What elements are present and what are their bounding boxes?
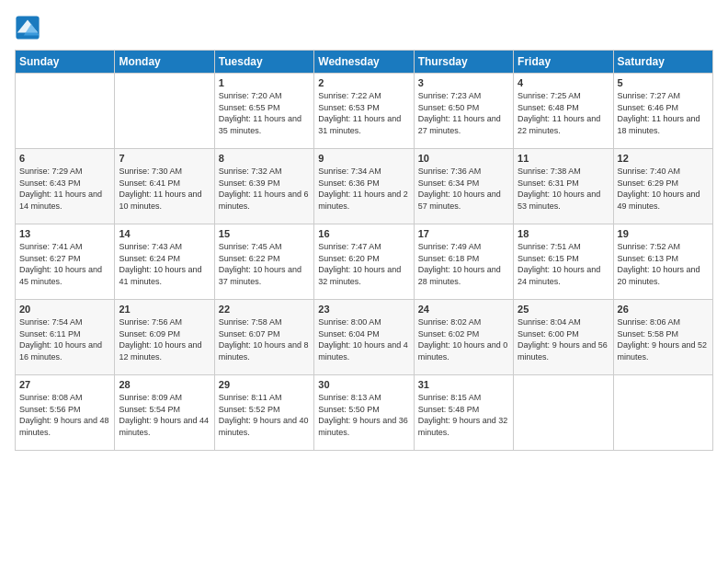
week-row: 6Sunrise: 7:29 AM Sunset: 6:43 PM Daylig…: [16, 149, 713, 224]
day-cell: 1Sunrise: 7:20 AM Sunset: 6:55 PM Daylig…: [214, 74, 313, 149]
day-info: Sunrise: 7:20 AM Sunset: 6:55 PM Dayligh…: [219, 90, 310, 136]
day-number: 19: [618, 228, 709, 239]
day-number: 7: [119, 153, 210, 164]
day-cell: [16, 74, 115, 149]
day-number: 9: [318, 153, 409, 164]
day-number: 18: [518, 228, 609, 239]
day-info: Sunrise: 8:15 AM Sunset: 5:48 PM Dayligh…: [418, 392, 509, 438]
calendar-header: SundayMondayTuesdayWednesdayThursdayFrid…: [16, 51, 713, 74]
day-info: Sunrise: 7:54 AM Sunset: 6:11 PM Dayligh…: [19, 316, 110, 362]
day-cell: [613, 375, 712, 451]
day-info: Sunrise: 7:47 AM Sunset: 6:20 PM Dayligh…: [318, 241, 409, 287]
day-number: 26: [618, 304, 709, 315]
week-row: 27Sunrise: 8:08 AM Sunset: 5:56 PM Dayli…: [16, 375, 713, 451]
day-number: 17: [418, 228, 509, 239]
day-number: 28: [119, 379, 210, 390]
day-cell: 17Sunrise: 7:49 AM Sunset: 6:18 PM Dayli…: [414, 224, 513, 300]
day-cell: 18Sunrise: 7:51 AM Sunset: 6:15 PM Dayli…: [514, 224, 613, 300]
day-cell: 30Sunrise: 8:13 AM Sunset: 5:50 PM Dayli…: [314, 375, 414, 451]
day-info: Sunrise: 8:09 AM Sunset: 5:54 PM Dayligh…: [119, 392, 210, 438]
day-info: Sunrise: 7:32 AM Sunset: 6:39 PM Dayligh…: [219, 166, 310, 212]
day-info: Sunrise: 8:04 AM Sunset: 6:00 PM Dayligh…: [518, 316, 609, 362]
day-cell: 12Sunrise: 7:40 AM Sunset: 6:29 PM Dayli…: [613, 149, 712, 224]
day-cell: 25Sunrise: 8:04 AM Sunset: 6:00 PM Dayli…: [514, 300, 613, 375]
header: [15, 15, 713, 40]
header-day: Thursday: [414, 51, 513, 74]
day-number: 14: [119, 228, 210, 239]
day-cell: 24Sunrise: 8:02 AM Sunset: 6:02 PM Dayli…: [414, 300, 513, 375]
day-info: Sunrise: 7:30 AM Sunset: 6:41 PM Dayligh…: [119, 166, 210, 212]
day-number: 22: [219, 304, 310, 315]
day-number: 21: [119, 304, 210, 315]
day-number: 27: [19, 379, 110, 390]
day-cell: 20Sunrise: 7:54 AM Sunset: 6:11 PM Dayli…: [16, 300, 115, 375]
day-number: 24: [418, 304, 509, 315]
day-cell: [514, 375, 613, 451]
day-info: Sunrise: 7:34 AM Sunset: 6:36 PM Dayligh…: [318, 166, 409, 212]
day-info: Sunrise: 8:02 AM Sunset: 6:02 PM Dayligh…: [418, 316, 509, 362]
day-number: 5: [618, 77, 709, 88]
day-number: 15: [219, 228, 310, 239]
week-row: 1Sunrise: 7:20 AM Sunset: 6:55 PM Daylig…: [16, 74, 713, 149]
day-info: Sunrise: 7:52 AM Sunset: 6:13 PM Dayligh…: [618, 241, 709, 287]
logo-icon: [15, 15, 40, 40]
logo: [15, 15, 44, 40]
day-number: 31: [418, 379, 509, 390]
header-row: SundayMondayTuesdayWednesdayThursdayFrid…: [16, 51, 713, 74]
day-number: 2: [318, 77, 409, 88]
day-info: Sunrise: 7:45 AM Sunset: 6:22 PM Dayligh…: [219, 241, 310, 287]
day-info: Sunrise: 7:43 AM Sunset: 6:24 PM Dayligh…: [119, 241, 210, 287]
day-cell: 4Sunrise: 7:25 AM Sunset: 6:48 PM Daylig…: [514, 74, 613, 149]
day-info: Sunrise: 8:06 AM Sunset: 5:58 PM Dayligh…: [618, 316, 709, 362]
day-number: 20: [19, 304, 110, 315]
day-number: 4: [518, 77, 609, 88]
day-number: 13: [19, 228, 110, 239]
day-cell: 6Sunrise: 7:29 AM Sunset: 6:43 PM Daylig…: [16, 149, 115, 224]
day-info: Sunrise: 7:27 AM Sunset: 6:46 PM Dayligh…: [618, 90, 709, 136]
day-cell: 10Sunrise: 7:36 AM Sunset: 6:34 PM Dayli…: [414, 149, 513, 224]
day-cell: 31Sunrise: 8:15 AM Sunset: 5:48 PM Dayli…: [414, 375, 513, 451]
day-cell: 2Sunrise: 7:22 AM Sunset: 6:53 PM Daylig…: [314, 74, 414, 149]
day-info: Sunrise: 7:38 AM Sunset: 6:31 PM Dayligh…: [518, 166, 609, 212]
day-info: Sunrise: 8:13 AM Sunset: 5:50 PM Dayligh…: [318, 392, 409, 438]
day-cell: 22Sunrise: 7:58 AM Sunset: 6:07 PM Dayli…: [214, 300, 313, 375]
day-cell: 27Sunrise: 8:08 AM Sunset: 5:56 PM Dayli…: [16, 375, 115, 451]
day-info: Sunrise: 7:22 AM Sunset: 6:53 PM Dayligh…: [318, 90, 409, 136]
calendar-body: 1Sunrise: 7:20 AM Sunset: 6:55 PM Daylig…: [16, 74, 713, 451]
day-info: Sunrise: 7:25 AM Sunset: 6:48 PM Dayligh…: [518, 90, 609, 136]
day-number: 23: [318, 304, 409, 315]
day-info: Sunrise: 8:00 AM Sunset: 6:04 PM Dayligh…: [318, 316, 409, 362]
day-number: 8: [219, 153, 310, 164]
day-number: 29: [219, 379, 310, 390]
day-cell: 26Sunrise: 8:06 AM Sunset: 5:58 PM Dayli…: [613, 300, 712, 375]
day-info: Sunrise: 8:08 AM Sunset: 5:56 PM Dayligh…: [19, 392, 110, 438]
header-day: Sunday: [16, 51, 115, 74]
day-number: 30: [318, 379, 409, 390]
day-cell: 21Sunrise: 7:56 AM Sunset: 6:09 PM Dayli…: [115, 300, 214, 375]
day-cell: 15Sunrise: 7:45 AM Sunset: 6:22 PM Dayli…: [214, 224, 313, 300]
day-number: 12: [618, 153, 709, 164]
calendar-container: SundayMondayTuesdayWednesdayThursdayFrid…: [0, 0, 728, 563]
day-cell: 13Sunrise: 7:41 AM Sunset: 6:27 PM Dayli…: [16, 224, 115, 300]
calendar-table: SundayMondayTuesdayWednesdayThursdayFrid…: [15, 50, 713, 451]
day-number: 3: [418, 77, 509, 88]
day-cell: 11Sunrise: 7:38 AM Sunset: 6:31 PM Dayli…: [514, 149, 613, 224]
day-info: Sunrise: 7:56 AM Sunset: 6:09 PM Dayligh…: [119, 316, 210, 362]
day-cell: 8Sunrise: 7:32 AM Sunset: 6:39 PM Daylig…: [214, 149, 313, 224]
header-day: Saturday: [613, 51, 712, 74]
day-number: 16: [318, 228, 409, 239]
day-info: Sunrise: 7:40 AM Sunset: 6:29 PM Dayligh…: [618, 166, 709, 212]
day-cell: 16Sunrise: 7:47 AM Sunset: 6:20 PM Dayli…: [314, 224, 414, 300]
day-info: Sunrise: 7:41 AM Sunset: 6:27 PM Dayligh…: [19, 241, 110, 287]
header-day: Tuesday: [214, 51, 313, 74]
day-cell: 7Sunrise: 7:30 AM Sunset: 6:41 PM Daylig…: [115, 149, 214, 224]
day-number: 11: [518, 153, 609, 164]
day-cell: 3Sunrise: 7:23 AM Sunset: 6:50 PM Daylig…: [414, 74, 513, 149]
day-info: Sunrise: 7:58 AM Sunset: 6:07 PM Dayligh…: [219, 316, 310, 362]
day-number: 6: [19, 153, 110, 164]
day-info: Sunrise: 7:23 AM Sunset: 6:50 PM Dayligh…: [418, 90, 509, 136]
day-info: Sunrise: 7:51 AM Sunset: 6:15 PM Dayligh…: [518, 241, 609, 287]
day-number: 10: [418, 153, 509, 164]
day-cell: 14Sunrise: 7:43 AM Sunset: 6:24 PM Dayli…: [115, 224, 214, 300]
day-info: Sunrise: 7:49 AM Sunset: 6:18 PM Dayligh…: [418, 241, 509, 287]
